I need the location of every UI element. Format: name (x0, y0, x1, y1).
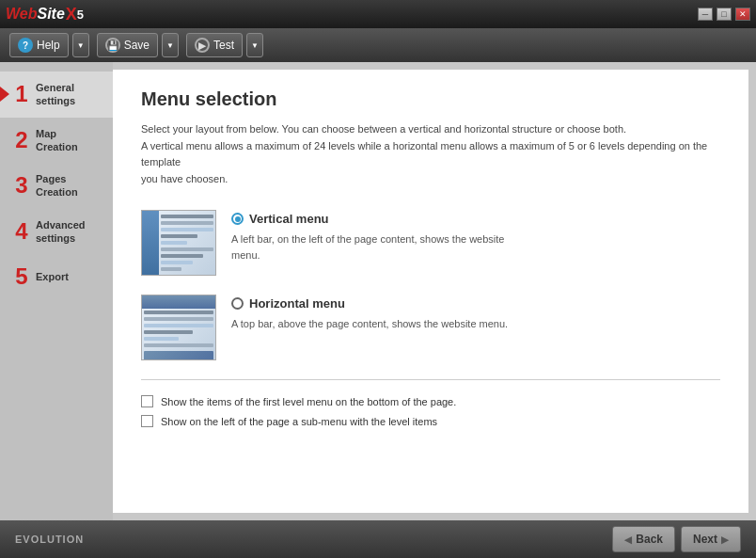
vertical-radio-row[interactable]: Vertical menu (231, 212, 720, 226)
sidebar-item-general[interactable]: 1 Generalsettings (0, 72, 113, 118)
horizontal-option-details: Horizontal menu A top bar, above the pag… (231, 295, 720, 332)
next-button[interactable]: Next ▶ (681, 526, 741, 552)
minimize-button[interactable]: ─ (698, 8, 713, 21)
help-dropdown[interactable]: ▼ (72, 33, 89, 57)
sub-menu-label: Show on the left of the page a sub-menu … (161, 416, 437, 427)
sidebar: 1 Generalsettings 2 MapCreation 3 PagesC… (0, 62, 113, 520)
test-dropdown[interactable]: ▼ (246, 33, 263, 57)
window-controls[interactable]: ─ □ ✕ (698, 8, 750, 21)
next-arrow-icon: ▶ (721, 534, 729, 545)
horizontal-radio[interactable] (231, 297, 244, 310)
brand-label: EVOLUTION (15, 534, 84, 545)
first-level-checkbox[interactable] (141, 395, 153, 407)
save-dropdown[interactable]: ▼ (162, 33, 179, 57)
sidebar-num-2: 2 (8, 127, 36, 153)
sidebar-num-4: 4 (8, 218, 36, 245)
horizontal-option-label: Horizontal menu (249, 296, 345, 311)
save-label: Save (124, 39, 150, 52)
vertical-menu-thumbnail (141, 210, 216, 276)
app-logo: WebSite X 5 (6, 5, 84, 24)
thumb-vert-content (161, 215, 213, 271)
maximize-button[interactable]: □ (717, 8, 732, 21)
vertical-option-desc: A left bar, on the left of the page cont… (231, 231, 720, 263)
sidebar-num-3: 3 (8, 172, 36, 199)
sidebar-item-export[interactable]: 5 Export (0, 254, 113, 299)
sidebar-item-map[interactable]: 2 MapCreation (0, 118, 113, 164)
thumb-vert-bar (142, 211, 159, 275)
next-label: Next (693, 533, 717, 546)
main-area: 1 Generalsettings 2 MapCreation 3 PagesC… (0, 62, 756, 520)
horizontal-menu-thumbnail (141, 295, 216, 360)
thumb-horiz-bar (142, 295, 215, 309)
titlebar: WebSite X 5 ─ □ ✕ (0, 0, 756, 28)
first-level-label: Show the items of the first level menu o… (161, 396, 456, 407)
close-button[interactable]: ✕ (735, 8, 750, 21)
sidebar-item-advanced[interactable]: 4 Advancedsettings (0, 209, 113, 255)
thumb-image (161, 275, 213, 276)
sidebar-label-5: Export (36, 270, 69, 283)
checkbox-row-sub-menu[interactable]: Show on the left of the page a sub-menu … (141, 415, 720, 427)
sub-menu-checkbox[interactable] (141, 415, 153, 427)
help-button[interactable]: ? Help (9, 33, 69, 57)
save-icon: 💾 (105, 38, 120, 53)
horizontal-radio-row[interactable]: Horizontal menu (231, 296, 720, 311)
test-icon: ▶ (195, 38, 210, 53)
checkbox-group: Show the items of the first level menu o… (141, 395, 720, 427)
vertical-option-details: Vertical menu A left bar, on the left of… (231, 210, 720, 263)
toolbar: ? Help ▼ 💾 Save ▼ ▶ Test ▼ (0, 28, 756, 62)
sidebar-item-pages[interactable]: 3 PagesCreation (0, 163, 113, 209)
checkbox-row-first-level[interactable]: Show the items of the first level menu o… (141, 395, 720, 407)
test-label: Test (213, 39, 234, 52)
section-divider (141, 379, 720, 380)
horizontal-menu-option[interactable]: Horizontal menu A top bar, above the pag… (141, 295, 720, 360)
bottom-bar: EVOLUTION ◀ Back Next ▶ (0, 520, 756, 558)
page-description: Select your layout from below. You can c… (141, 121, 720, 187)
sidebar-label-3: PagesCreation (36, 172, 78, 199)
test-button[interactable]: ▶ Test (186, 33, 243, 57)
vertical-option-label: Vertical menu (249, 212, 329, 226)
page-title: Menu selection (141, 88, 720, 110)
vertical-menu-option[interactable]: Vertical menu A left bar, on the left of… (141, 210, 720, 276)
menu-options: Vertical menu A left bar, on the left of… (141, 210, 720, 360)
sidebar-label-4: Advancedsettings (36, 218, 86, 246)
thumb-horiz-content (144, 311, 213, 358)
back-arrow-icon: ◀ (624, 534, 632, 545)
sidebar-num-5: 5 (8, 263, 36, 290)
content-area: Menu selection Select your layout from b… (113, 70, 748, 513)
save-button[interactable]: 💾 Save (97, 33, 158, 57)
help-icon: ? (18, 38, 33, 53)
horizontal-option-desc: A top bar, above the page content, shows… (231, 316, 720, 332)
back-button[interactable]: ◀ Back (612, 526, 675, 552)
vertical-radio[interactable] (231, 213, 244, 225)
sidebar-label-1: Generalsettings (36, 81, 75, 108)
sidebar-label-2: MapCreation (36, 127, 78, 154)
desc-line2: A vertical menu allows a maximum of 24 l… (141, 140, 707, 168)
help-label: Help (37, 39, 60, 52)
back-label: Back (636, 533, 663, 546)
thumb-image-h (144, 351, 213, 360)
desc-line1: Select your layout from below. You can c… (141, 123, 626, 135)
sidebar-num-1: 1 (8, 81, 36, 107)
desc-line3: you have choosen. (141, 173, 228, 184)
navigation-buttons: ◀ Back Next ▶ (612, 526, 741, 552)
